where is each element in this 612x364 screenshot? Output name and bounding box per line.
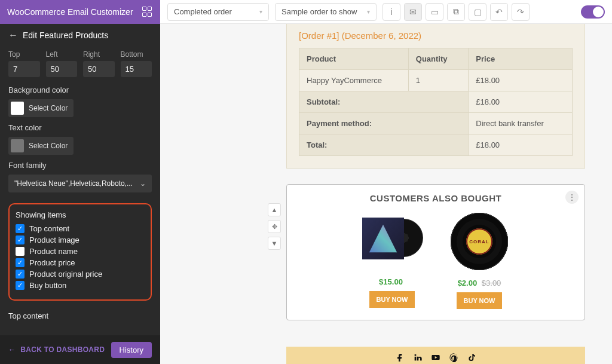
table-row: Total: £18.00 — [299, 134, 573, 156]
buy-button[interactable]: BUY NOW — [457, 292, 503, 309]
showing-item-product-image[interactable]: ✓ Product image — [16, 235, 145, 244]
header-controls: Completed order ▾ Sample order to show ▾… — [160, 3, 612, 21]
product-price: $15.00 — [379, 277, 403, 286]
code-icon[interactable]: ▢ — [469, 3, 486, 21]
mail-icon[interactable]: ✉ — [404, 3, 422, 21]
order-title-link[interactable]: [Order #1] (December 6, 2022) — [299, 30, 573, 41]
showing-item-label: Product name — [29, 247, 78, 256]
email-type-select[interactable]: Completed order ▾ — [167, 3, 269, 21]
history-button[interactable]: History — [111, 342, 152, 358]
order-summary-value: £18.00 — [469, 91, 573, 113]
spacing-top-label: Top — [8, 50, 40, 59]
buy-button[interactable]: BUY NOW — [369, 291, 415, 308]
order-summary-label: Total: — [299, 134, 469, 156]
tiktok-icon[interactable] — [467, 353, 476, 364]
checkbox-icon: ✓ — [16, 224, 25, 233]
move-down-icon[interactable]: ▼ — [268, 237, 281, 250]
text-color-select[interactable]: Select Color — [8, 137, 74, 155]
block-side-controls: ▲ ✥ ▼ — [268, 203, 281, 250]
bg-color-button-text: Select Color — [29, 104, 68, 112]
youtube-icon[interactable] — [431, 353, 440, 364]
showing-item-label: Top content — [29, 224, 69, 233]
spacing-top-input[interactable] — [8, 61, 40, 77]
bg-color-label: Background color — [8, 85, 152, 94]
showing-item-buy-button[interactable]: ✓ Buy button — [16, 281, 145, 290]
bg-color-swatch — [11, 102, 24, 115]
undo-icon[interactable]: ↶ — [490, 3, 508, 21]
page-icon[interactable]: ▭ — [426, 3, 443, 21]
enable-toggle[interactable] — [581, 5, 605, 19]
table-row: Happy YayCommerce 1 £18.00 — [299, 70, 573, 91]
copy-icon[interactable]: ⧉ — [447, 3, 465, 21]
font-family-select[interactable]: "Helvetica Neue",Helvetica,Roboto,... ⌄ — [8, 175, 152, 192]
order-summary-value: £18.00 — [469, 134, 573, 156]
order-summary-label: Payment method: — [299, 113, 469, 134]
checkbox-icon: ✓ — [16, 247, 25, 256]
sidebar-scroll[interactable]: Top Left Right Bottom Background color — [0, 47, 160, 335]
showing-item-top-content[interactable]: ✓ Top content — [16, 224, 145, 233]
products-row: $15.00 BUY NOW $2.00 $3.00 BUY NOW — [293, 212, 579, 309]
move-up-icon[interactable]: ▲ — [268, 203, 281, 216]
product-image — [449, 213, 509, 273]
checkbox-icon: ✓ — [16, 270, 25, 279]
chevron-down-icon: ⌄ — [140, 179, 146, 188]
showing-items-label: Showing items — [16, 210, 145, 219]
customers-also-heading: CUSTOMERS ALSO BOUGHT — [293, 193, 579, 203]
font-family-value: "Helvetica Neue",Helvetica,Roboto,... — [14, 179, 133, 188]
spacing-right-label: Right — [83, 50, 115, 59]
block-more-icon[interactable]: ⋮ — [565, 191, 579, 204]
facebook-icon[interactable] — [395, 353, 405, 364]
info-icon[interactable]: i — [382, 3, 400, 21]
product-image — [362, 212, 422, 271]
checkbox-icon: ✓ — [16, 235, 25, 244]
showing-item-label: Product price — [29, 258, 75, 267]
order-summary-label: Subtotal: — [299, 91, 469, 113]
sidebar-title: Edit Featured Products — [23, 30, 108, 40]
spacing-inputs: Top Left Right Bottom — [8, 50, 152, 77]
order-cell-price: £18.00 — [469, 70, 573, 91]
editor-sidebar: ← Edit Featured Products Top Left Right — [0, 24, 160, 364]
preview-pane: ▲ ✥ ▼ [Order #1] (December 6, 2022) Prod… — [160, 24, 612, 364]
brand-bar: WooCommerce Email Customizer — [0, 0, 160, 24]
app-header: WooCommerce Email Customizer Completed o… — [0, 0, 612, 24]
top-content-section-label: Top content — [8, 311, 152, 320]
product-card: $15.00 BUY NOW — [359, 212, 425, 309]
order-cell-product: Happy YayCommerce — [299, 70, 409, 91]
order-table: Product Quantity Price Happy YayCommerce… — [299, 48, 573, 156]
back-arrow-icon[interactable]: ← — [8, 30, 18, 41]
sidebar-header: ← Edit Featured Products — [0, 24, 160, 47]
table-row: Payment method: Direct bank transfer — [299, 113, 573, 134]
templates-grid-icon[interactable] — [142, 7, 153, 17]
sample-order-select[interactable]: Sample order to show ▾ — [275, 3, 377, 21]
product-original-price: $3.00 — [482, 279, 501, 287]
drag-handle-icon[interactable]: ✥ — [268, 220, 281, 233]
email-type-value: Completed order — [174, 7, 232, 16]
spacing-bottom-input[interactable] — [121, 61, 152, 77]
order-th-quantity: Quantity — [408, 48, 469, 70]
spacing-left-input[interactable] — [46, 61, 78, 77]
showing-item-product-name[interactable]: ✓ Product name — [16, 247, 145, 256]
chevron-down-icon: ▾ — [259, 8, 262, 15]
back-to-dashboard-button[interactable]: ← BACK TO DASHBOARD — [8, 345, 105, 354]
email-paper: [Order #1] (December 6, 2022) Product Qu… — [286, 24, 585, 169]
spacing-left-label: Left — [46, 50, 78, 59]
text-color-label: Text color — [8, 123, 152, 132]
spacing-right-input[interactable] — [83, 61, 115, 77]
bg-color-select[interactable]: Select Color — [8, 99, 74, 117]
checkbox-icon: ✓ — [16, 281, 25, 290]
font-family-label: Font family — [8, 161, 152, 170]
featured-products-block[interactable]: ⋮ CUSTOMERS ALSO BOUGHT $15.00 BUY NOW — [286, 184, 585, 320]
redo-icon[interactable]: ↷ — [512, 3, 530, 21]
linkedin-icon[interactable] — [413, 353, 423, 364]
spacing-bottom-label: Bottom — [121, 50, 152, 59]
sidebar-footer: ← BACK TO DASHBOARD History — [0, 335, 160, 364]
showing-item-product-original-price[interactable]: ✓ Product original price — [16, 270, 145, 279]
text-color-button-text: Select Color — [29, 142, 68, 150]
showing-item-product-price[interactable]: ✓ Product price — [16, 258, 145, 267]
price-row: $2.00 $3.00 — [446, 279, 512, 287]
email-order-block[interactable]: [Order #1] (December 6, 2022) Product Qu… — [286, 24, 585, 169]
pinterest-icon[interactable] — [449, 353, 458, 364]
back-to-dashboard-label: BACK TO DASHBOARD — [20, 345, 105, 354]
product-price: $2.00 — [458, 279, 478, 287]
toolbar-icon-group: i ✉ ▭ ⧉ ▢ ↶ ↷ — [382, 3, 530, 21]
